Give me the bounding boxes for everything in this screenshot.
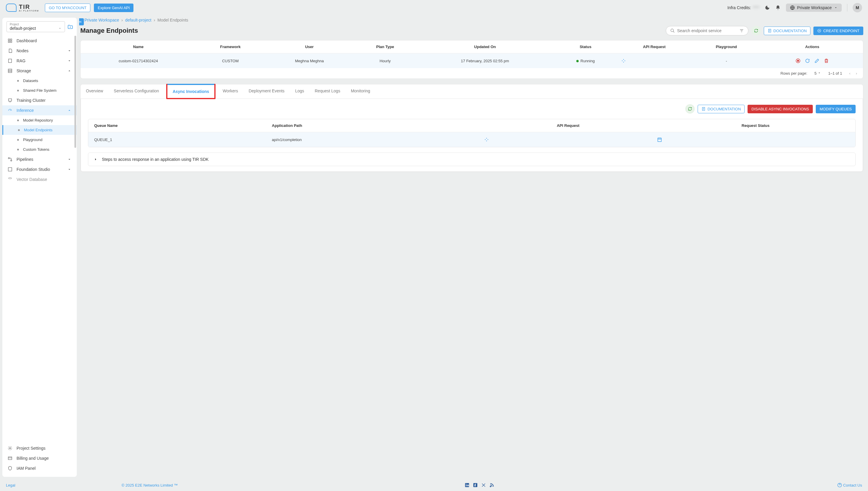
refresh-button[interactable] [751,26,761,35]
rpp-label: Rows per page: [780,71,807,76]
tab-monitoring[interactable]: Monitoring [345,84,375,98]
nav-label: Dashboard [17,38,37,43]
cell-actions [761,53,863,68]
project-label: Project [10,23,62,26]
nav-label: Training Cluster [17,98,46,103]
queue-row[interactable]: QUEUE_1 api/v1/completion [88,132,855,147]
restart-icon[interactable] [805,58,810,63]
tab-workers[interactable]: Workers [217,84,243,98]
nav-model-endpoints[interactable]: Model Endpoints [2,125,77,135]
nav-foundation[interactable]: Foundation Studio [2,164,77,174]
tab-overview[interactable]: Overview [81,84,108,98]
nav-sfs[interactable]: Shared File System [2,86,77,95]
table-row[interactable]: custom-021714302424 CUSTOM Meghna Meghna… [81,53,863,68]
breadcrumb-current: Model Endpoints [157,18,188,22]
breadcrumb-workspace[interactable]: Private Workspace [84,18,119,22]
tab-logs[interactable]: Logs [290,84,309,98]
tab-reqlogs[interactable]: Request Logs [309,84,345,98]
nav-rag[interactable]: RAG [2,56,77,66]
tab-content: DOCUMENTATION DISABLE ASYNC INVOCATIONS … [81,99,863,172]
th-api: API Request [617,40,691,53]
explore-genai-button[interactable]: Explore GenAI API [94,3,134,12]
storage-icon [8,68,12,73]
nav-pipelines[interactable]: Pipelines [2,154,77,164]
documentation-button[interactable]: DOCUMENTATION [764,27,811,35]
chevron-down-icon [58,27,62,30]
tab-async[interactable]: Async Invocations [166,84,216,99]
x-icon[interactable] [481,483,486,488]
nav-label: Model Endpoints [24,128,53,132]
nav-project-settings[interactable]: Project Settings [2,443,77,453]
endpoints-table-card: Name Framework User Plan Type Updated On… [80,40,863,79]
tab-serverless[interactable]: Serverless Configuration [108,84,164,98]
svg-point-11 [8,178,12,179]
chevron-right-icon [93,157,98,162]
filter-icon[interactable] [739,28,744,33]
scrollbar[interactable] [75,36,76,148]
create-endpoint-button[interactable]: CREATE ENDPOINT [813,27,863,35]
nav-datasets[interactable]: Datasets [2,76,77,86]
nav-iam[interactable]: IAM Panel [2,463,77,473]
search-box[interactable] [666,26,749,35]
cell-status[interactable] [653,132,855,147]
nav-scroll[interactable]: Dashboard Nodes RAG Storage Datasets Sha… [2,36,77,443]
nav-label: Vector Database [17,177,47,182]
nav-playground[interactable]: Playground [2,135,77,145]
theme-icon[interactable] [765,5,770,10]
svg-point-14 [671,29,673,32]
logo-icon [6,3,17,12]
edit-icon[interactable] [814,58,819,63]
prev-page-icon[interactable]: ‹ [849,71,850,76]
new-project-icon[interactable] [67,24,73,30]
stop-icon[interactable] [795,58,801,63]
search-icon [670,28,675,33]
myaccount-button[interactable]: GO TO MYACCOUNT [45,3,90,12]
svg-rect-4 [10,41,12,42]
async-doc-button[interactable]: DOCUMENTATION [698,105,745,113]
nav-model-repo[interactable]: Model Repository [2,115,77,125]
linkedin-icon[interactable] [465,483,470,488]
nav-billing[interactable]: Billing and Usage [2,453,77,463]
main-content: Private Workspace › default-project › Mo… [79,16,868,479]
doc-icon [8,58,12,63]
search-input[interactable] [677,28,737,33]
rss-icon[interactable] [489,483,494,488]
next-page-icon[interactable]: › [856,71,857,76]
rpp-select[interactable]: 5 [814,71,821,76]
legal-link[interactable]: Legal [6,483,16,488]
th-framework: Framework [196,40,265,53]
nav-dashboard[interactable]: Dashboard [2,36,77,46]
nav-nodes[interactable]: Nodes [2,46,77,56]
avatar[interactable]: M [852,3,862,12]
divider [847,4,847,11]
tab-deployment[interactable]: Deployment Events [243,84,290,98]
nav-storage[interactable]: Storage [2,66,77,76]
nav-label: Pipelines [17,157,33,162]
refresh-async-button[interactable] [685,104,695,114]
nav-label: IAM Panel [17,466,36,471]
infra-credits: Infra Credits: **** [727,5,759,10]
delete-icon[interactable] [824,58,829,63]
nav-vectordb[interactable]: Vector Database [2,174,77,184]
svg-rect-20 [658,138,661,142]
disable-async-button[interactable]: DISABLE ASYNC INVOCATIONS [748,105,813,113]
project-selector[interactable]: Project default-project [6,21,65,32]
workspace-selector[interactable]: Private Workspace [786,3,842,12]
nav-inference[interactable]: Inference [2,105,77,115]
grid-icon [8,38,12,43]
facebook-icon[interactable] [473,483,478,488]
sidebar-collapse-button[interactable] [79,18,84,25]
chevron-up-icon [67,69,72,73]
sdk-steps-expand[interactable]: Steps to access response in an applicati… [88,152,856,166]
nav-training[interactable]: Training Cluster [2,95,77,105]
bell-icon[interactable] [775,5,781,10]
modify-queues-button[interactable]: MODIFY QUEUES [816,105,856,113]
chevron-left-icon [79,20,82,24]
cell-api[interactable] [480,132,653,147]
svg-rect-5 [8,59,12,63]
contact-link[interactable]: Contact Us [837,483,862,488]
breadcrumb-project[interactable]: default-project [125,18,151,22]
nav-custom-tokens[interactable]: Custom Tokens [2,145,77,154]
cell-api[interactable] [617,53,691,68]
queue-table: Queue Name Application Path API Request … [88,119,856,147]
